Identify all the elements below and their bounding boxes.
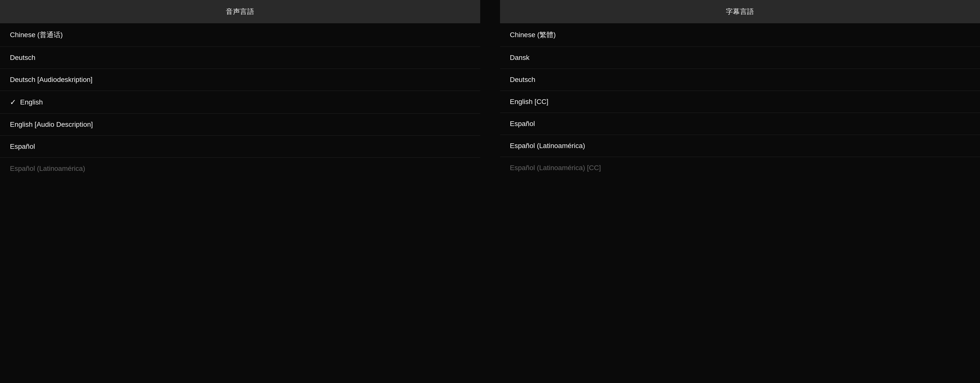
- audio-language-label: English [Audio Description]: [10, 120, 93, 128]
- audio-language-item[interactable]: Español: [0, 136, 480, 158]
- subtitle-language-item[interactable]: English [CC]: [500, 91, 980, 113]
- subtitle-language-item[interactable]: Español (Latinoamérica): [500, 135, 980, 157]
- audio-language-item[interactable]: Deutsch: [0, 47, 480, 69]
- audio-language-label: Español (Latinoamérica): [10, 165, 85, 173]
- subtitle-language-label: Español (Latinoamérica): [510, 142, 585, 150]
- subtitle-language-item[interactable]: Deutsch: [500, 69, 980, 91]
- audio-language-item[interactable]: Chinese (普通话): [0, 23, 480, 47]
- subtitle-language-label: Español (Latinoamérica) [CC]: [510, 164, 601, 172]
- subtitle-language-label: Chinese (繁體): [510, 30, 556, 40]
- subtitle-language-list: Chinese (繁體)DanskDeutschEnglish [CC]Espa…: [500, 23, 980, 179]
- audio-language-label: Deutsch: [10, 54, 35, 62]
- language-selector: 音声言語 Chinese (普通话)DeutschDeutsch [Audiod…: [0, 0, 980, 179]
- subtitle-language-item[interactable]: Español (Latinoamérica) [CC]: [500, 157, 980, 179]
- checkmark-icon: ✓: [10, 98, 16, 106]
- subtitle-language-item[interactable]: Chinese (繁體): [500, 23, 980, 47]
- audio-language-label: Español: [10, 142, 35, 150]
- audio-language-label: Chinese (普通话): [10, 30, 63, 40]
- audio-language-item[interactable]: Español (Latinoamérica): [0, 158, 480, 179]
- panel-divider: [480, 0, 500, 179]
- subtitle-panel-header: 字幕言語: [500, 0, 980, 23]
- audio-panel-header: 音声言語: [0, 0, 480, 23]
- subtitle-language-label: Español: [510, 120, 535, 128]
- audio-language-list: Chinese (普通话)DeutschDeutsch [Audiodeskri…: [0, 23, 480, 179]
- subtitle-language-label: Dansk: [510, 54, 530, 62]
- subtitle-language-item[interactable]: Dansk: [500, 47, 980, 69]
- audio-language-item[interactable]: English [Audio Description]: [0, 114, 480, 136]
- subtitle-language-panel: 字幕言語 Chinese (繁體)DanskDeutschEnglish [CC…: [500, 0, 980, 179]
- audio-language-item[interactable]: Deutsch [Audiodeskription]: [0, 69, 480, 91]
- audio-language-panel: 音声言語 Chinese (普通话)DeutschDeutsch [Audiod…: [0, 0, 480, 179]
- audio-language-label: English: [20, 98, 43, 106]
- subtitle-language-label: English [CC]: [510, 98, 549, 106]
- audio-language-item[interactable]: ✓English: [0, 91, 480, 114]
- subtitle-language-label: Deutsch: [510, 76, 536, 84]
- subtitle-language-item[interactable]: Español: [500, 113, 980, 135]
- audio-language-label: Deutsch [Audiodeskription]: [10, 76, 92, 84]
